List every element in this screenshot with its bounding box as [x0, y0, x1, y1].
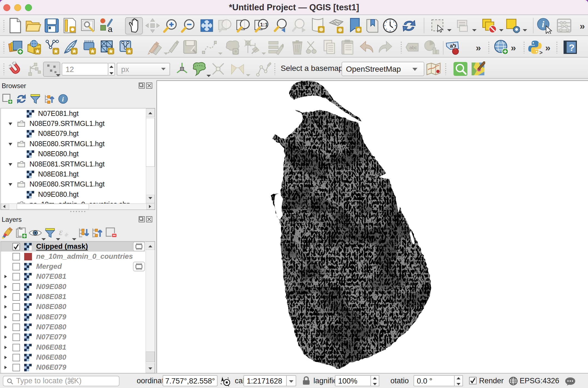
svg-text:1:1: 1:1	[260, 22, 268, 28]
svg-text:i: i	[542, 19, 544, 29]
svg-text:abc: abc	[409, 45, 417, 50]
svg-text:>: >	[539, 49, 543, 55]
svg-text:a: a	[108, 24, 113, 33]
svg-text:i: i	[62, 96, 64, 103]
svg-text:ε: ε	[59, 227, 63, 237]
svg-text:?: ?	[569, 42, 575, 53]
